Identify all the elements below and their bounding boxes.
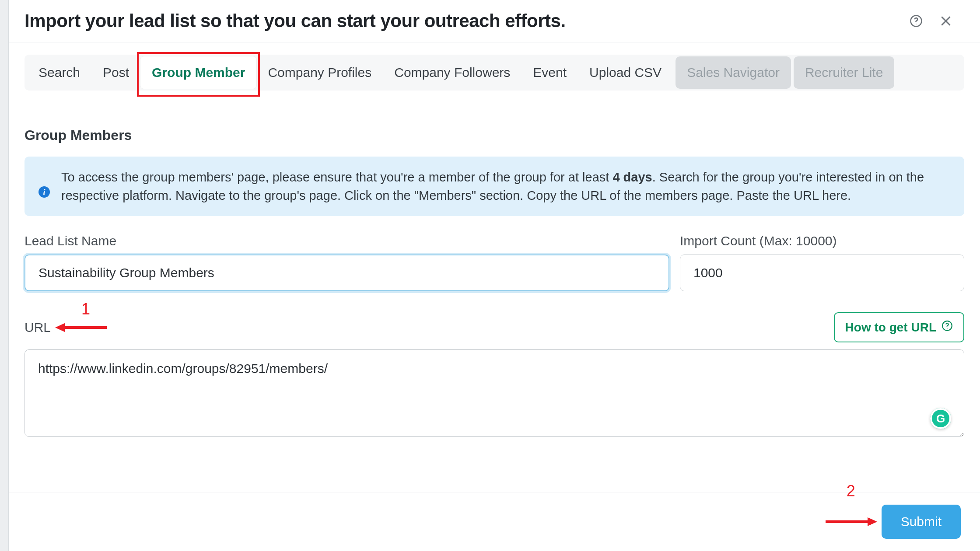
close-icon[interactable] [936,11,956,31]
tab-sales-navigator[interactable]: Sales Navigator [676,56,791,89]
info-icon: i [38,186,50,198]
info-text-before: To access the group members' page, pleas… [61,170,612,184]
help-icon[interactable] [906,11,926,31]
form-row-name-count: Lead List Name Import Count (Max: 10000) [24,234,964,291]
import-count-label: Import Count (Max: 10000) [680,234,964,248]
import-count-field: Import Count (Max: 10000) [680,234,964,291]
how-to-get-url-label: How to get URL [845,321,936,335]
url-label: URL [24,320,51,335]
url-textarea-wrap: G [24,342,964,439]
modal-title: Import your lead list so that you can st… [24,10,566,31]
modal-body: Search Post Group Member Company Profile… [9,42,980,492]
header-actions [906,11,956,31]
modal-header: Import your lead list so that you can st… [9,0,980,42]
lead-list-name-field: Lead List Name [24,234,669,291]
modal-footer: Submit [9,492,980,551]
url-input[interactable] [24,349,964,437]
grammarly-icon[interactable]: G [930,408,951,429]
tab-post[interactable]: Post [91,56,140,89]
info-banner: i To access the group members' page, ple… [24,157,964,216]
tab-group-member[interactable]: Group Member [140,56,256,89]
tab-search[interactable]: Search [27,56,91,89]
submit-button[interactable]: Submit [882,505,961,539]
url-row: URL How to get URL [24,312,964,342]
section-title: Group Members [24,127,964,143]
tab-company-profiles[interactable]: Company Profiles [256,56,383,89]
import-leads-modal: Import your lead list so that you can st… [9,0,980,551]
tab-company-followers[interactable]: Company Followers [383,56,522,89]
how-to-get-url-button[interactable]: How to get URL [834,312,964,342]
background-sidebar-sliver [0,0,9,551]
tab-recruiter-lite[interactable]: Recruiter Lite [794,56,894,89]
lead-list-name-label: Lead List Name [24,234,669,248]
svg-point-5 [947,328,947,328]
help-circle-icon [942,320,953,335]
lead-list-name-input[interactable] [24,255,669,291]
info-text-bold: 4 days [612,170,652,184]
import-count-input[interactable] [680,255,964,291]
source-tabs: Search Post Group Member Company Profile… [24,55,964,91]
svg-point-1 [916,24,917,24]
tab-upload-csv[interactable]: Upload CSV [578,56,673,89]
tab-event[interactable]: Event [522,56,578,89]
